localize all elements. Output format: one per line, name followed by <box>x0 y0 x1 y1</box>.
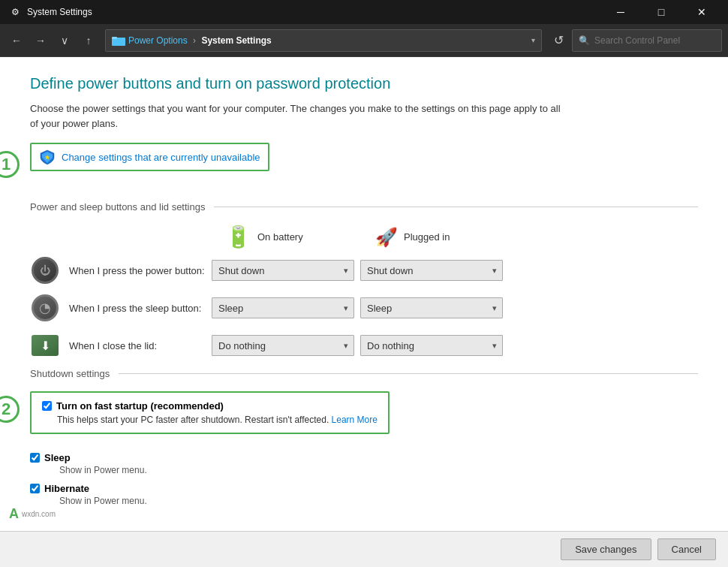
power-button-icon: ⏻ <box>30 255 60 285</box>
minimize-button[interactable]: ─ <box>603 0 638 24</box>
search-bar: 🔍 <box>572 29 722 52</box>
lid-arrow-icon: ⬇ <box>41 339 50 353</box>
refresh-button[interactable]: ↺ <box>548 30 569 51</box>
power-plugged-select-wrapper: Shut down Do nothing Sleep Hibernate Tur… <box>360 260 503 281</box>
column-battery: 🔋 On battery <box>225 225 375 249</box>
lid-plugged-select[interactable]: Do nothing Sleep Hibernate Shut down Tur… <box>360 335 503 356</box>
sleep-battery-select-wrapper: Sleep Do nothing Hibernate Shut down Tur… <box>212 297 354 318</box>
search-icon: 🔍 <box>579 35 590 46</box>
sleep-button-row: ◔ When I press the sleep button: Sleep D… <box>30 293 698 323</box>
sleep-button-icon: ◔ <box>30 293 60 323</box>
sleep-battery-select[interactable]: Sleep Do nothing Hibernate Shut down Tur… <box>212 297 354 318</box>
sleep-option-sub: Show in Power menu. <box>59 465 147 475</box>
fast-startup-box: Turn on fast startup (recommended) This … <box>30 391 390 434</box>
page-description: Choose the power settings that you want … <box>30 101 570 131</box>
breadcrumb: Power Options › System Settings <box>128 35 528 46</box>
section2-label: Shutdown settings <box>30 368 110 379</box>
address-icon <box>112 34 125 47</box>
sleep-plugged-select-wrapper: Sleep Do nothing Hibernate Shut down Tur… <box>360 297 503 318</box>
main-content: Define power buttons and turn on passwor… <box>0 57 728 567</box>
fast-startup-label: Turn on fast startup (recommended) <box>56 400 224 412</box>
bottom-bar: Save changes Cancel <box>0 531 728 567</box>
power-button-label: When I press the power button: <box>69 265 212 276</box>
app-icon: ⚙ <box>9 6 21 18</box>
section2-heading: Shutdown settings <box>30 368 698 379</box>
sleep-plugged-select[interactable]: Sleep Do nothing Hibernate Shut down Tur… <box>360 297 503 318</box>
sleep-checkbox[interactable] <box>30 453 40 463</box>
hibernate-option-sub: Show in Power menu. <box>59 496 147 506</box>
title-bar: ⚙ System Settings ─ □ ✕ <box>0 0 728 24</box>
cancel-button[interactable]: Cancel <box>657 538 716 560</box>
power-battery-select-wrapper: Shut down Do nothing Sleep Hibernate Tur… <box>212 260 354 281</box>
back-button[interactable]: ← <box>6 30 27 51</box>
sleep-icon-symbol: ◔ <box>39 300 51 316</box>
fast-startup-description: This helps start your PC faster after sh… <box>57 415 378 425</box>
sleep-option-item: Sleep Show in Power menu. <box>30 452 698 475</box>
save-changes-button[interactable]: Save changes <box>561 538 651 560</box>
section1-label: Power and sleep buttons and lid settings <box>30 201 205 213</box>
lid-battery-select[interactable]: Do nothing Sleep Hibernate Shut down Tur… <box>212 335 354 356</box>
svg-rect-1 <box>112 37 117 39</box>
watermark: A wxdn.com <box>9 506 56 522</box>
lid-plugged-select-wrapper: Do nothing Sleep Hibernate Shut down Tur… <box>360 335 503 356</box>
search-input[interactable] <box>594 35 715 46</box>
maximize-button[interactable]: □ <box>644 0 678 24</box>
lid-label: When I close the lid: <box>69 340 212 351</box>
plugged-label: Plugged in <box>404 231 450 243</box>
column-plugged: 🚀 Plugged in <box>375 225 525 249</box>
power-plugged-select[interactable]: Shut down Do nothing Sleep Hibernate Tur… <box>360 260 503 281</box>
hibernate-option-item: Hibernate Show in Power menu. <box>30 483 698 506</box>
address-chevron-icon[interactable]: ▾ <box>531 36 535 44</box>
hibernate-checkbox[interactable] <box>30 484 40 493</box>
page-title: Define power buttons and turn on passwor… <box>30 75 698 92</box>
window-controls: ─ □ ✕ <box>603 0 719 24</box>
sleep-option-content: Sleep Show in Power menu. <box>44 452 147 475</box>
lid-battery-select-wrapper: Do nothing Sleep Hibernate Shut down Tur… <box>212 335 354 356</box>
window-title: System Settings <box>27 7 603 17</box>
forward-button[interactable]: → <box>30 30 51 51</box>
sleep-button-label: When I press the sleep button: <box>69 303 212 314</box>
breadcrumb-current: System Settings <box>201 35 271 46</box>
power-battery-select[interactable]: Shut down Do nothing Sleep Hibernate Tur… <box>212 260 354 281</box>
change-settings-link[interactable]: Change settings that are currently unava… <box>30 143 269 171</box>
close-button[interactable]: ✕ <box>684 0 719 24</box>
lid-row: ⬇ When I close the lid: Do nothing Sleep… <box>30 330 698 360</box>
fast-startup-checkbox[interactable] <box>42 401 52 411</box>
power-button-row: ⏻ When I press the power button: Shut do… <box>30 255 698 285</box>
change-settings-label: Change settings that are currently unava… <box>62 152 260 163</box>
breadcrumb-separator: › <box>193 35 196 46</box>
hibernate-option-content: Hibernate Show in Power menu. <box>44 483 147 506</box>
power-icon-symbol: ⏻ <box>40 264 50 276</box>
shutdown-section: Shutdown settings 2 Turn on fast startup… <box>30 368 698 506</box>
learn-more-link[interactable]: Learn More <box>332 415 378 425</box>
watermark-text: wxdn.com <box>22 510 56 518</box>
fast-startup-title: Turn on fast startup (recommended) <box>42 400 378 412</box>
lid-icon: ⬇ <box>30 330 60 360</box>
step-number-1: 1 <box>0 151 20 178</box>
plugged-icon: 🚀 <box>375 227 398 248</box>
navigation-bar: ← → ∨ ↑ Power Options › System Settings … <box>0 24 728 57</box>
battery-icon: 🔋 <box>225 225 251 249</box>
step-number-2: 2 <box>0 396 20 423</box>
shield-icon <box>39 149 56 165</box>
address-bar: Power Options › System Settings ▾ <box>105 29 542 52</box>
battery-label: On battery <box>257 231 303 243</box>
up-button[interactable]: ↑ <box>78 30 99 51</box>
section1-heading: Power and sleep buttons and lid settings <box>30 201 698 213</box>
recent-locations-button[interactable]: ∨ <box>54 30 75 51</box>
breadcrumb-power-options[interactable]: Power Options <box>128 35 188 46</box>
power-table-header: 🔋 On battery 🚀 Plugged in <box>30 225 698 249</box>
